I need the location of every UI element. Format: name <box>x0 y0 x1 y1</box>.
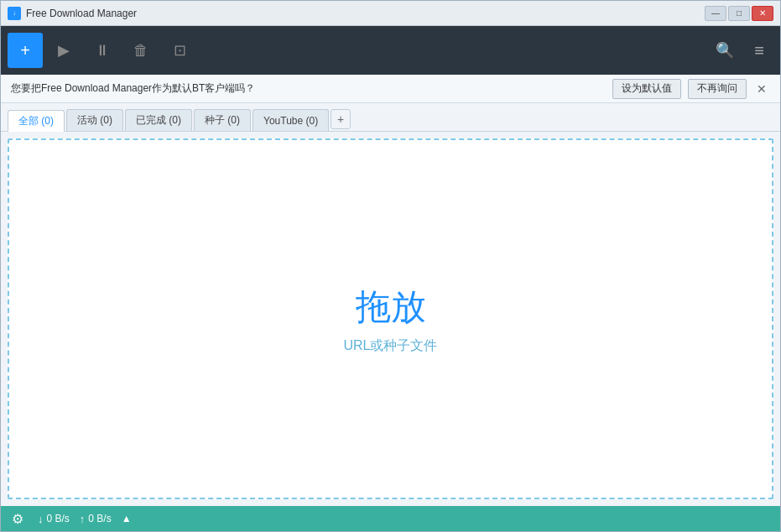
delete-button[interactable]: 🗑 <box>123 33 159 68</box>
menu-button[interactable]: ≡ <box>743 35 773 65</box>
app-icon: ↓ <box>8 7 21 20</box>
tab-torrent[interactable]: 种子 (0) <box>194 109 251 131</box>
tab-active[interactable]: 活动 (0) <box>66 109 123 131</box>
expand-button[interactable]: ▲ <box>122 513 132 524</box>
download-settings-icon: ⊡ <box>174 41 186 60</box>
up-arrow-icon: ↑ <box>80 513 86 525</box>
notification-bar: 您要把Free Download Manager作为默认BT客户端吗？ 设为默认… <box>1 75 780 103</box>
close-button[interactable]: ✕ <box>752 6 773 21</box>
tab-all[interactable]: 全部 (0) <box>8 110 65 132</box>
maximize-button[interactable]: □ <box>728 6 750 21</box>
tabs-bar: 全部 (0) 活动 (0) 已完成 (0) 种子 (0) YouTube (0)… <box>1 103 780 132</box>
pause-button[interactable]: ⏸ <box>85 33 120 68</box>
status-bar: ⚙ ↓ 0 B/s ↑ 0 B/s ▲ <box>1 506 780 531</box>
upload-speed: ↑ 0 B/s <box>80 513 112 525</box>
tab-completed[interactable]: 已完成 (0) <box>125 109 192 131</box>
minimize-button[interactable]: — <box>705 6 726 21</box>
main-window: ↓ Free Download Manager — □ ✕ + ▶ ⏸ 🗑 ⊡ … <box>0 0 781 532</box>
gear-icon: ⚙ <box>12 511 23 527</box>
upload-speed-value: 0 B/s <box>88 513 111 524</box>
tab-youtube[interactable]: YouTube (0) <box>253 109 329 131</box>
down-arrow-icon: ↓ <box>38 513 44 525</box>
pause-icon: ⏸ <box>95 42 110 60</box>
drop-zone-subtitle: URL或种子文件 <box>343 337 437 355</box>
trash-icon: 🗑 <box>133 42 148 60</box>
set-default-button[interactable]: 设为默认值 <box>612 79 681 99</box>
drop-zone-title: 拖放 <box>356 284 426 331</box>
add-download-button[interactable]: + <box>8 33 43 68</box>
resume-button[interactable]: ▶ <box>46 33 81 68</box>
notification-text: 您要把Free Download Manager作为默认BT客户端吗？ <box>11 81 606 96</box>
search-icon: 🔍 <box>716 41 734 60</box>
search-button[interactable]: 🔍 <box>710 35 740 65</box>
settings-download-button[interactable]: ⊡ <box>162 33 197 68</box>
hamburger-icon: ≡ <box>754 41 763 60</box>
notification-close-button[interactable]: ✕ <box>753 81 770 97</box>
download-speed-value: 0 B/s <box>47 513 70 524</box>
drop-zone[interactable]: 拖放 URL或种子文件 <box>8 138 773 499</box>
title-bar-buttons: — □ ✕ <box>705 6 773 21</box>
add-tab-button[interactable]: + <box>331 109 351 129</box>
window-title: Free Download Manager <box>26 8 705 19</box>
toolbar: + ▶ ⏸ 🗑 ⊡ 🔍 ≡ <box>1 26 780 75</box>
status-settings-button[interactable]: ⚙ <box>8 509 28 529</box>
title-bar: ↓ Free Download Manager — □ ✕ <box>1 1 780 26</box>
play-icon: ▶ <box>58 41 70 60</box>
dont-ask-button[interactable]: 不再询问 <box>688 79 747 99</box>
download-speed: ↓ 0 B/s <box>38 513 70 525</box>
